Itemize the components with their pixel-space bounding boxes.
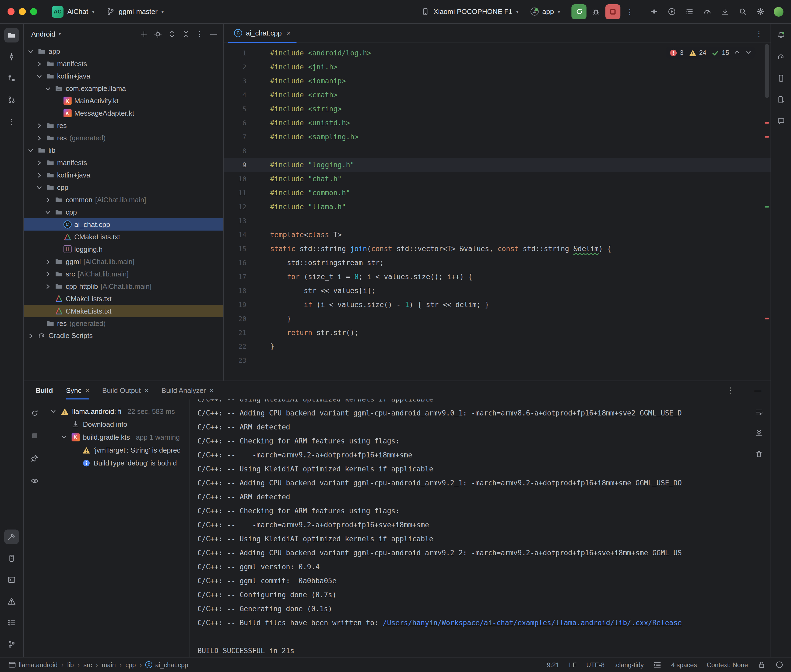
user-avatar[interactable] bbox=[771, 4, 786, 19]
build-tab-build-analyzer[interactable]: Build Analyzer× bbox=[162, 381, 214, 399]
project-tree-item[interactable]: src [AiChat.lib.main] bbox=[24, 268, 223, 280]
code-line[interactable]: 20 } bbox=[224, 312, 770, 326]
device-manager-tool-button[interactable] bbox=[774, 71, 788, 85]
project-tree-item[interactable]: app bbox=[24, 45, 223, 58]
stop-button[interactable] bbox=[27, 428, 42, 443]
project-selector[interactable]: AC AiChat ▾ bbox=[47, 3, 99, 20]
more-button[interactable]: ⋮ bbox=[193, 27, 206, 40]
settings-button[interactable] bbox=[753, 4, 768, 19]
project-tree-item[interactable]: Cai_chat.cpp bbox=[24, 218, 223, 231]
project-tree-item[interactable]: Gradle Scripts bbox=[24, 330, 223, 342]
project-tree-item[interactable]: com.example.llama bbox=[24, 82, 223, 94]
todo-tool-button[interactable] bbox=[4, 616, 19, 630]
stop-button[interactable] bbox=[605, 4, 620, 19]
scroll-end-button[interactable] bbox=[752, 426, 766, 440]
version-control-tool-button[interactable] bbox=[4, 637, 19, 651]
hide-button[interactable]: — bbox=[207, 27, 220, 40]
project-tree-item[interactable]: cpp bbox=[24, 206, 223, 218]
editor-options-button[interactable]: ⋮ bbox=[752, 26, 766, 40]
prev-problem-button[interactable] bbox=[734, 49, 740, 57]
notification-indicator-icon[interactable] bbox=[775, 661, 783, 669]
code-line[interactable]: 11#include "common.h" bbox=[224, 186, 770, 200]
run-configuration-selector[interactable]: a app ▾ bbox=[526, 3, 565, 20]
code-line[interactable]: 15static std::string join(const std::vec… bbox=[224, 242, 770, 256]
expand-all-button[interactable] bbox=[165, 27, 178, 40]
code-line[interactable]: 23 bbox=[224, 354, 770, 368]
code-line[interactable]: 14template<class T> bbox=[224, 228, 770, 242]
stripe-mark[interactable] bbox=[765, 122, 769, 124]
project-view-selector[interactable]: Android bbox=[31, 30, 55, 38]
clear-button[interactable] bbox=[752, 446, 766, 461]
breadcrumb-item[interactable]: lib bbox=[67, 661, 74, 669]
code-line[interactable]: 7#include <sampling.h> bbox=[224, 130, 770, 144]
code-line[interactable]: 22} bbox=[224, 340, 770, 354]
code-line[interactable]: 18 str << values[i]; bbox=[224, 284, 770, 298]
code-line[interactable]: 9#include "logging.h" bbox=[224, 158, 770, 172]
code-line[interactable]: 8 bbox=[224, 144, 770, 158]
code-area[interactable]: 1#include <android/log.h>2#include <jni.… bbox=[224, 43, 770, 381]
project-tool-button[interactable] bbox=[4, 28, 19, 43]
close-tab-icon[interactable]: × bbox=[144, 386, 149, 394]
project-tree-item[interactable]: res (generated) bbox=[24, 317, 223, 330]
encoding-indicator[interactable]: UTF-8 bbox=[586, 661, 605, 669]
build-tree-item[interactable]: BuildType 'debug' is both d bbox=[45, 456, 189, 469]
pull-requests-tool-button[interactable] bbox=[4, 93, 19, 107]
linter-indicator[interactable]: .clang-tidy bbox=[614, 661, 643, 669]
code-line[interactable]: 21 return str.str(); bbox=[224, 326, 770, 340]
breadcrumb-item[interactable]: Cai_chat.cpp bbox=[146, 661, 188, 669]
app-insights-tool-button[interactable] bbox=[774, 114, 788, 128]
project-tree-item[interactable]: Hlogging.h bbox=[24, 243, 223, 256]
project-tree-item[interactable]: CMakeLists.txt bbox=[24, 305, 223, 317]
code-line[interactable]: 3#include <iomanip> bbox=[224, 74, 770, 88]
project-tree-item[interactable]: kotlin+java bbox=[24, 169, 223, 181]
code-style-icon[interactable] bbox=[653, 661, 661, 669]
build-tree-item[interactable]: Kbuild.gradle.ktsapp 1 warning bbox=[45, 430, 189, 443]
minimize-window-button[interactable] bbox=[19, 8, 26, 15]
code-line[interactable]: 4#include <cmath> bbox=[224, 88, 770, 102]
problems-tool-button[interactable] bbox=[4, 594, 19, 608]
project-tree-item[interactable]: res (generated) bbox=[24, 132, 223, 144]
code-line[interactable]: 16 std::ostringstream str; bbox=[224, 256, 770, 270]
project-tree-item[interactable]: ggml [AiChat.lib.main] bbox=[24, 256, 223, 268]
project-tree-item[interactable]: cpp-httplib [AiChat.lib.main] bbox=[24, 280, 223, 293]
breadcrumb-item[interactable]: cpp bbox=[125, 661, 136, 669]
project-tree-item[interactable]: KMessageAdapter.kt bbox=[24, 107, 223, 119]
device-explorer-tool-button[interactable] bbox=[4, 551, 19, 565]
more-tool-button[interactable]: ⋮ bbox=[4, 114, 19, 128]
run-button[interactable] bbox=[571, 4, 586, 19]
project-tree-item[interactable]: manifests bbox=[24, 58, 223, 70]
commit-tool-button[interactable] bbox=[4, 50, 19, 64]
code-line[interactable]: 6#include <unistd.h> bbox=[224, 116, 770, 130]
code-line[interactable]: 12#include "llama.h" bbox=[224, 200, 770, 214]
line-ending-indicator[interactable]: LF bbox=[569, 661, 576, 669]
build-tab-build-output[interactable]: Build Output× bbox=[102, 381, 149, 399]
breadcrumb-item[interactable]: llama.android bbox=[8, 661, 58, 669]
stripe-mark[interactable] bbox=[765, 206, 769, 208]
close-window-button[interactable] bbox=[8, 8, 14, 15]
locate-button[interactable] bbox=[151, 27, 164, 40]
collapse-all-button[interactable] bbox=[179, 27, 192, 40]
inspect-button[interactable] bbox=[27, 474, 42, 488]
branch-selector[interactable]: ggml-master ▾ bbox=[101, 3, 168, 20]
context-indicator[interactable]: Context: None bbox=[707, 661, 748, 669]
build-console[interactable]: C/C++: -- Using KleidiAI optimized kerne… bbox=[189, 399, 770, 657]
build-tree-item[interactable]: llama.android: fi22 sec, 583 ms bbox=[45, 405, 189, 418]
editor-tab[interactable]: C ai_chat.cpp × bbox=[228, 24, 297, 43]
structure-tool-button[interactable] bbox=[682, 4, 697, 19]
hide-build-panel-button[interactable]: — bbox=[751, 383, 765, 397]
build-tool-button[interactable] bbox=[4, 530, 19, 544]
soft-wrap-button[interactable] bbox=[752, 405, 766, 419]
terminal-tool-button[interactable] bbox=[4, 573, 19, 587]
rerun-button[interactable] bbox=[27, 406, 42, 420]
search-everywhere-button[interactable] bbox=[736, 4, 750, 19]
code-line[interactable]: 5#include <string> bbox=[224, 102, 770, 116]
project-tree-item[interactable]: CMakeLists.txt bbox=[24, 293, 223, 305]
code-line[interactable]: 2#include <jni.h> bbox=[224, 60, 770, 74]
code-line[interactable]: 13 bbox=[224, 214, 770, 228]
close-tab-icon[interactable]: × bbox=[85, 386, 89, 394]
pin-button[interactable] bbox=[27, 451, 42, 466]
project-tree-item[interactable]: CMakeLists.txt bbox=[24, 231, 223, 243]
cursor-position[interactable]: 9:21 bbox=[547, 661, 560, 669]
code-line[interactable]: 19 if (i < values.size() - 1) { str << d… bbox=[224, 298, 770, 312]
vcs-update-button[interactable] bbox=[718, 4, 732, 19]
